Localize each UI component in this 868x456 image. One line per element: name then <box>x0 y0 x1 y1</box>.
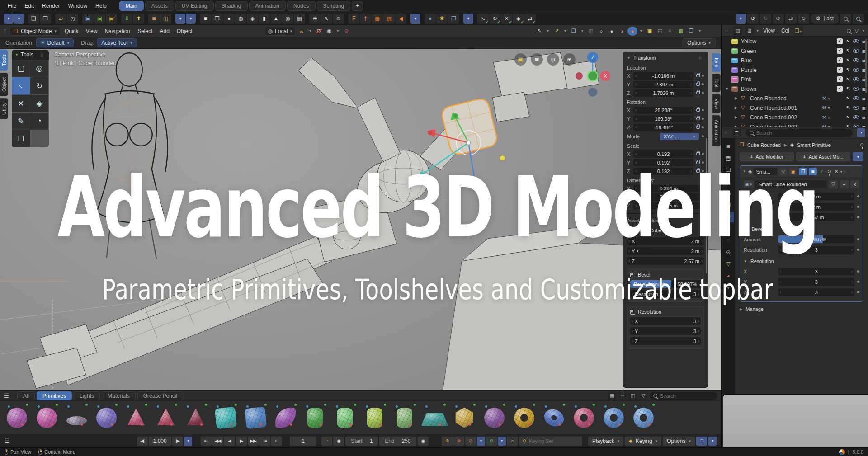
properties-search-box[interactable] <box>746 129 853 137</box>
outliner-row[interactable]: Purple ↖ ◙ <box>722 65 868 75</box>
scale-tool[interactable]: ✕ <box>12 95 30 112</box>
topbar-menu-item[interactable]: Window <box>64 1 91 10</box>
number-field[interactable]: 1.7026 m <box>633 89 693 97</box>
modifier-wrench-icon[interactable] <box>822 124 834 127</box>
play-icon[interactable]: ▶ <box>236 437 247 446</box>
add-modifier-button[interactable]: + Add Modifier <box>740 152 794 161</box>
new-node-group-icon[interactable]: + <box>840 180 849 188</box>
cone-asset[interactable] <box>121 402 151 433</box>
shield-fake-user-icon[interactable]: ⛉ <box>829 180 838 188</box>
cone-asset[interactable] <box>181 402 211 433</box>
orientation-dropdown[interactable]: ✳ Default ▾ <box>36 38 74 47</box>
animate-dot-icon[interactable] <box>857 270 859 273</box>
animate-dot-icon[interactable] <box>702 118 704 120</box>
jump-end-icon[interactable]: ⇥ <box>259 437 270 446</box>
shading-material-icon[interactable]: ◕ <box>617 27 627 36</box>
new-collection-icon[interactable]: ❒₊ <box>794 27 803 35</box>
expand-arrow-icon[interactable]: ▶ <box>733 106 739 110</box>
outliner-row[interactable]: Pink ↖ ◙ <box>722 75 868 84</box>
sphere-asset[interactable] <box>2 402 32 433</box>
render-image-icon[interactable]: ◙ <box>148 14 160 24</box>
visibility-eye-icon[interactable] <box>853 87 859 91</box>
asset-catalog-menu-icon[interactable]: ☰ <box>4 392 9 399</box>
overlays-icon[interactable]: ❐ <box>569 27 579 36</box>
shading-wireframe-icon[interactable]: ○ <box>596 27 606 36</box>
playback-dropdown[interactable]: Playback ▾ <box>588 437 623 446</box>
resolution-axis-field[interactable]: 3 <box>778 278 854 286</box>
visibility-eye-icon[interactable] <box>853 58 859 62</box>
modifier-panel-header[interactable]: ▼ ◈ Sma... ▽ ▣ ❐ ◙ ✓ ✕ ▾ ⣿ <box>740 166 863 177</box>
physics-tab-icon[interactable]: ◌ <box>722 235 734 246</box>
collection-checkbox[interactable] <box>837 67 843 73</box>
resolution-field[interactable]: Z 3 <box>630 337 701 345</box>
repeat-history-icon[interactable]: ↻ <box>798 14 809 24</box>
falloff-disabled-icon[interactable]: ⊘ <box>341 27 351 36</box>
expand-arrow-icon[interactable]: ▶ <box>733 115 739 119</box>
bevel-resolution-field[interactable]: Resolution 3 <box>630 290 701 298</box>
transform-tool[interactable]: ◈ <box>30 95 48 112</box>
keyframe-pin-icon[interactable]: ◉ <box>418 437 429 446</box>
animate-dot-icon[interactable] <box>857 238 859 240</box>
view-layer-tab-icon[interactable]: ❏ <box>722 165 734 175</box>
constraints-tab-icon[interactable]: ⊙ <box>722 247 734 258</box>
keying-set-input[interactable] <box>529 438 579 444</box>
asset-shelf-tab[interactable]: Grease Pencil <box>137 391 183 400</box>
insert-keyframe-icon[interactable]: ⊕ <box>442 437 453 446</box>
search-icon[interactable] <box>847 29 851 33</box>
playhead-menu-icon[interactable]: ▾ <box>184 437 192 446</box>
selectable-cursor-icon[interactable]: ↖ <box>846 67 850 73</box>
next-frame-icon[interactable]: |▶ <box>172 437 183 446</box>
number-field[interactable]: 0.384 m <box>633 185 704 192</box>
lock-icon[interactable] <box>696 83 700 86</box>
select-menu-icon[interactable]: ▾ <box>545 27 551 36</box>
topbar-menu-item[interactable]: Help <box>91 1 111 10</box>
undo-icon[interactable]: ↺ <box>747 14 759 24</box>
recover-session-icon[interactable]: ◷ <box>67 14 78 24</box>
outliner-scrollbar[interactable] <box>865 39 867 93</box>
pin-icon[interactable] <box>828 170 831 173</box>
breadcrumb-object[interactable]: Cube Rounded <box>747 142 781 148</box>
show-viewport-icon[interactable]: ❐ <box>799 168 807 175</box>
workspace-tab[interactable]: + <box>352 1 363 11</box>
collection-checkbox[interactable] <box>837 76 843 82</box>
keyingset-pin-icon[interactable]: ◉ <box>333 437 344 446</box>
toolshelf-tab[interactable]: Utility <box>0 98 8 119</box>
modifier-wrench-icon[interactable] <box>822 115 834 120</box>
export-icon[interactable]: ⬆ <box>133 14 144 24</box>
redo-icon[interactable]: ↻ <box>760 14 771 24</box>
add-cube-tool[interactable]: ❒ <box>12 130 30 147</box>
display-menu-icon[interactable]: ▾ <box>708 437 717 446</box>
torus-asset[interactable] <box>599 402 628 433</box>
proportional-edit-icon[interactable]: ◉ <box>324 27 334 36</box>
annotate-tool[interactable]: ✎ <box>12 113 30 130</box>
measure-tool[interactable]: ◔ <box>30 113 48 130</box>
editor-type-icon[interactable]: ≣ <box>732 129 741 137</box>
selectable-cursor-icon[interactable]: ↖ <box>846 124 850 127</box>
cylinder-asset[interactable] <box>390 402 420 433</box>
render-camera-icon[interactable]: ◙ <box>862 77 865 82</box>
visibility-eye-icon[interactable] <box>853 106 859 110</box>
properties-search-input[interactable] <box>756 130 820 136</box>
open-file-icon[interactable]: ❐ <box>40 14 51 24</box>
param-field[interactable]: 2 m <box>778 203 854 211</box>
cube-asset[interactable] <box>241 402 270 433</box>
animate-dot-icon[interactable] <box>702 153 704 155</box>
transform-panel-header[interactable]: ▼ Transform ⣿ <box>627 54 704 62</box>
chevron-down-icon[interactable]: ▾ <box>757 28 759 33</box>
add-volume-icon[interactable]: ❒ <box>448 14 459 24</box>
asset-grid-view-icon[interactable]: ▦ <box>608 392 617 400</box>
asset-shelf-tab[interactable]: All <box>17 391 35 400</box>
autokey-on-menu-icon[interactable]: ▾ <box>498 437 506 446</box>
more-tabs-icon[interactable]: ▾ <box>722 282 734 293</box>
timeline-options-dropdown[interactable]: Options ▾ <box>663 437 695 446</box>
lock-icon[interactable] <box>696 126 700 129</box>
rotation-mode-dropdown[interactable]: XYZ ... ▾ <box>660 133 699 140</box>
render-camera-icon[interactable]: ◙ <box>862 96 865 101</box>
gizmos-menu-icon[interactable]: ▾ <box>562 27 568 36</box>
timeline-menu-icon[interactable]: ☰ <box>5 437 10 444</box>
add-force-field-icon[interactable]: ✱ <box>436 14 448 24</box>
torus-asset[interactable] <box>509 402 539 433</box>
shading-menu-icon[interactable]: ▾ <box>638 27 644 36</box>
show-in-editmode-icon[interactable]: ▽ <box>779 168 787 175</box>
viewport-menu-item[interactable]: View <box>82 27 101 36</box>
